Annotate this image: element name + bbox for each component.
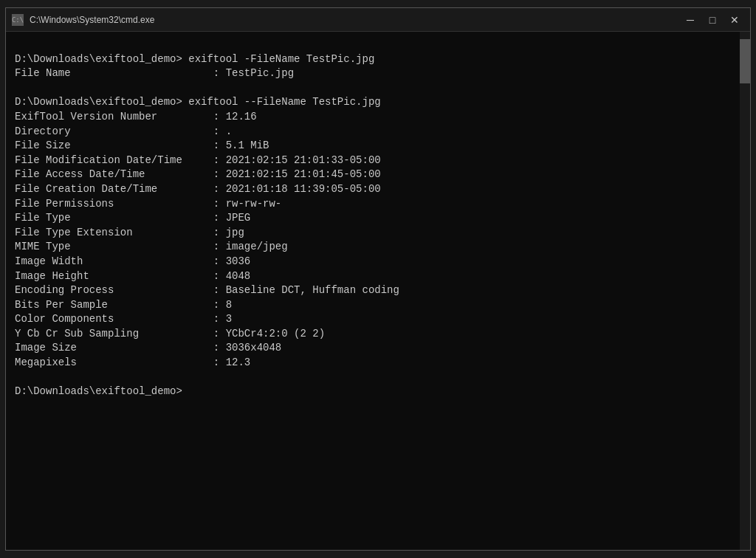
scrollbar-thumb[interactable] bbox=[740, 39, 750, 83]
scrollbar[interactable] bbox=[740, 32, 750, 550]
cmd-window: C:\ C:\Windows\System32\cmd.exe ─ □ ✕ D:… bbox=[5, 7, 751, 551]
terminal-line: D:\Downloads\exiftool_demo> bbox=[15, 385, 741, 399]
terminal-line: File Name : TestPic.jpg bbox=[15, 66, 741, 81]
terminal-line: File Permissions : rw-rw-rw- bbox=[15, 197, 741, 212]
minimize-button[interactable]: ─ bbox=[681, 13, 700, 27]
terminal-line: File Creation Date/Time : 2021:01:18 11:… bbox=[15, 182, 741, 197]
terminal-line: Y Cb Cr Sub Sampling : YCbCr4:2:0 (2 2) bbox=[15, 327, 741, 342]
terminal-line: File Modification Date/Time : 2021:02:15… bbox=[15, 154, 741, 168]
terminal-line: Megapixels : 12.3 bbox=[15, 356, 741, 371]
maximize-button[interactable]: □ bbox=[703, 13, 722, 27]
terminal-line: File Access Date/Time : 2021:02:15 21:01… bbox=[15, 168, 741, 182]
terminal-line bbox=[15, 38, 741, 52]
terminal-line: MIME Type : image/jpeg bbox=[15, 240, 741, 255]
terminal-line: Directory : . bbox=[15, 125, 741, 140]
terminal-line: Image Width : 3036 bbox=[15, 255, 741, 269]
terminal-line: File Size : 5.1 MiB bbox=[15, 139, 741, 154]
terminal-line: ExifTool Version Number : 12.16 bbox=[15, 110, 741, 125]
terminal-line: Encoding Process : Baseline DCT, Huffman… bbox=[15, 283, 741, 298]
terminal-line: D:\Downloads\exiftool_demo> exiftool --F… bbox=[15, 95, 741, 110]
terminal-line: Bits Per Sample : 8 bbox=[15, 298, 741, 313]
terminal-line bbox=[15, 81, 741, 96]
window-controls: ─ □ ✕ bbox=[681, 13, 744, 27]
terminal-line: File Type : JPEG bbox=[15, 211, 741, 226]
terminal-line: Color Components : 3 bbox=[15, 312, 741, 327]
window-title: C:\Windows\System32\cmd.exe bbox=[30, 15, 681, 25]
cmd-icon: C:\ bbox=[12, 14, 24, 26]
terminal-line: D:\Downloads\exiftool_demo> exiftool -Fi… bbox=[15, 52, 741, 67]
terminal-body[interactable]: D:\Downloads\exiftool_demo> exiftool -Fi… bbox=[6, 32, 750, 550]
terminal-line: Image Height : 4048 bbox=[15, 269, 741, 284]
title-bar: C:\ C:\Windows\System32\cmd.exe ─ □ ✕ bbox=[6, 8, 750, 32]
terminal-line bbox=[15, 371, 741, 385]
terminal-line: File Type Extension : jpg bbox=[15, 226, 741, 241]
close-button[interactable]: ✕ bbox=[725, 13, 744, 27]
terminal-line: Image Size : 3036x4048 bbox=[15, 341, 741, 356]
